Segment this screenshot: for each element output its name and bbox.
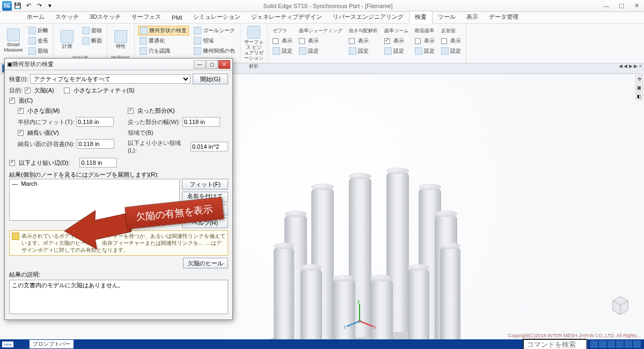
optimize-button[interactable]: 最適化 (138, 36, 189, 46)
maximize-button[interactable]: ▢ (614, 1, 629, 11)
measure-button[interactable]: 計測 (56, 25, 78, 54)
tab-tools[interactable]: ツール (433, 11, 461, 23)
inspect-select[interactable]: アクティブなモデルをすべて (30, 74, 191, 84)
analysis-5-show[interactable]: 表示 (440, 36, 463, 46)
start-button[interactable]: 開始(G) (193, 74, 228, 84)
sliver-input[interactable] (77, 139, 114, 149)
analysis-1-show[interactable]: 表示 (297, 36, 344, 46)
region-button[interactable]: 領域 (192, 36, 237, 46)
sharp-width-input[interactable] (182, 117, 220, 127)
tab-inspect[interactable]: 検査 (409, 11, 433, 24)
svg-line-4 (347, 321, 360, 326)
distance-button[interactable]: 距離 (27, 26, 50, 35)
minimize-button[interactable]: — (599, 1, 614, 11)
rtool-1[interactable]: ⚙ (635, 75, 643, 83)
prompt-bar[interactable]: プロンプトバー (30, 340, 74, 348)
dialog-close-button[interactable]: ✕ (218, 60, 230, 69)
status-icon-6[interactable] (633, 340, 641, 348)
analysis-1-set[interactable]: 設定 (297, 46, 344, 56)
group-label: 解析 (243, 62, 265, 70)
analysis-2-header: 抜き勾配解析 (347, 26, 379, 35)
small-entity-checkbox[interactable] (64, 88, 70, 93)
analysis-0-set[interactable]: 設定 (271, 46, 294, 56)
tab-3dsketch[interactable]: 3Dスケッチ (84, 11, 126, 23)
face-checkbox[interactable] (9, 98, 15, 104)
sliver-checkbox[interactable] (18, 130, 24, 136)
inspect-label: 検査(I): (9, 75, 28, 83)
region-icon (194, 37, 201, 45)
analysis-4-set[interactable]: 設定 (413, 46, 436, 56)
analysis-0-show[interactable]: 表示 (271, 36, 294, 46)
status-icon-5[interactable] (625, 340, 632, 348)
results-item[interactable]: — March (12, 180, 177, 187)
status-icon-1[interactable] (590, 340, 598, 348)
tab-sketch[interactable]: スケッチ (50, 11, 84, 23)
heal-defect-button[interactable]: 欠陥のヒール (183, 258, 228, 268)
view-cube[interactable] (608, 292, 633, 318)
gear-icon (415, 47, 422, 55)
command-search-input[interactable] (523, 339, 587, 350)
short-edge-input[interactable] (79, 158, 117, 168)
window-title: Solid Edge ST10 - Synchronous Part - [Fi… (57, 3, 599, 9)
region-input[interactable] (191, 142, 228, 151)
results-label: 結果(個別のノードを見るにはグループを展開します)(R): (9, 171, 228, 179)
ribbon-tabs: ホーム スケッチ 3Dスケッチ サーフェス PMI シミュレーション ジェネレー… (0, 12, 644, 24)
analysis-4-show[interactable]: 表示 (413, 36, 436, 46)
sharp-checkbox[interactable] (128, 108, 134, 114)
dialog-minimize-button[interactable]: — (194, 60, 206, 69)
view-nav-arrows[interactable]: ◀ ◀ ▶ ▶ × (619, 63, 642, 69)
short-edge-checkbox[interactable] (9, 160, 15, 166)
status-icon-4[interactable] (616, 340, 624, 348)
tab-data[interactable]: データ管理 (484, 11, 524, 23)
analysis-2-set[interactable]: 設定 (347, 46, 379, 56)
redo-icon[interactable]: ↷ (34, 1, 44, 11)
analysis-5-set[interactable]: 設定 (440, 46, 463, 56)
smart-measure-icon (7, 28, 20, 41)
tab-pmi[interactable]: PMI (166, 13, 188, 23)
dialog-maximize-button[interactable]: ▢ (206, 60, 218, 69)
length-icon (28, 37, 36, 45)
orientation-triad[interactable]: x y z (343, 300, 376, 332)
small-face-checkbox[interactable] (18, 108, 24, 114)
section-button[interactable]: 断面 (80, 36, 104, 46)
tab-generative[interactable]: ジェネレーティブデザイン (246, 11, 327, 23)
qat-more-icon[interactable]: ▾ (45, 1, 55, 11)
geometry-inspect-dialog: ▣ 幾何形状の検査 — ▢ ✕ 検査(I): アクティブなモデルをすべて 開始(… (4, 58, 233, 320)
properties-button[interactable]: 特性 (109, 25, 132, 54)
total-length-button[interactable]: 全長 (27, 36, 50, 46)
area2-button[interactable]: 面積 (80, 26, 104, 35)
app-menu-button[interactable]: SE (2, 1, 12, 11)
area-button[interactable]: 面積 (27, 46, 50, 56)
analysis-0-header: ゼブラ (271, 26, 294, 35)
analysis-3-show[interactable]: 表示 (383, 36, 410, 46)
status-badge: new (2, 341, 13, 347)
goal-seek-button[interactable]: ゴールシーク (192, 26, 237, 35)
status-icon-2[interactable] (599, 340, 606, 348)
close-button[interactable]: ✕ (629, 1, 644, 11)
tab-surface[interactable]: サーフェス (126, 11, 166, 23)
relation-color-button[interactable]: 幾何関係の色 (192, 46, 237, 56)
surface-viz-button[interactable]: サーフェス ビジュアリゼーション (243, 25, 265, 62)
tab-home[interactable]: ホーム (21, 11, 50, 23)
save-icon[interactable]: 💾 (13, 1, 23, 11)
tab-view[interactable]: 表示 (461, 11, 484, 23)
fit-radius-input[interactable] (76, 117, 114, 127)
defect-checkbox[interactable] (25, 88, 31, 93)
dialog-titlebar[interactable]: ▣ 幾何形状の検査 — ▢ ✕ (5, 59, 232, 70)
analysis-3-set[interactable]: 設定 (383, 46, 410, 56)
status-bar: new プロンプトバー (0, 339, 644, 349)
svg-text:y: y (357, 300, 360, 304)
fit-button[interactable]: フィット(F) (182, 179, 228, 190)
analysis-2-show[interactable]: 表示 (347, 36, 379, 46)
rtool-2[interactable]: ▦ (635, 84, 643, 91)
geometry-inspect-button[interactable]: 幾何形状の検査 (138, 26, 189, 35)
tab-reverse[interactable]: リバースエンジニアリング (327, 11, 409, 23)
smart-measure-button[interactable]: Smart Measure (2, 25, 25, 57)
recognize-holes-button[interactable]: 穴を認識 (138, 46, 189, 56)
distance-icon (28, 27, 36, 34)
status-icon-3[interactable] (608, 340, 615, 348)
tab-simulation[interactable]: シミュレーション (188, 11, 246, 23)
svg-text:x: x (374, 324, 376, 330)
undo-icon[interactable]: ↶ (24, 1, 33, 11)
rtool-3[interactable]: ◧ (635, 92, 643, 100)
